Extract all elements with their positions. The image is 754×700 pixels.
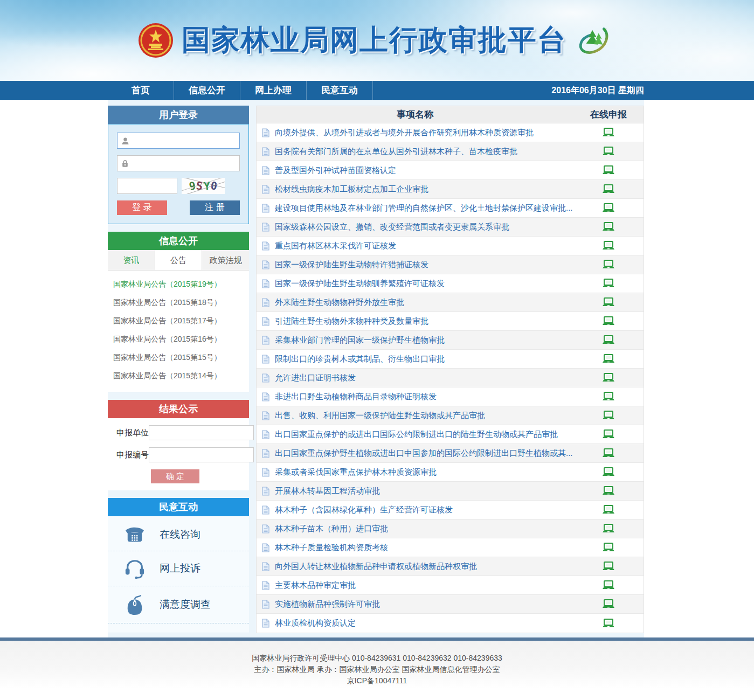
item-name-link[interactable]: 出口国家重点保护的或进出口国际公约限制进出口的陆生野生动物或其产品审批 [275, 429, 573, 440]
item-name-link[interactable]: 国家级森林公园设立、撤销、改变经营范围或者变更隶属关系审批 [275, 222, 573, 232]
current-date: 2016年06月30日 星期四 [551, 81, 644, 100]
register-button[interactable]: 注 册 [190, 200, 240, 215]
approval-items-table: 事项名称 在线申报 向境外提供、从境外引进或者与境外开展合作研究利用林木种质资源… [256, 106, 644, 633]
announcement-link[interactable]: 国家林业局公告（2015第16号） [108, 330, 249, 349]
item-name-link[interactable]: 国家一级保护陆生野生动物驯养繁殖许可证核发 [275, 279, 573, 289]
nav-item-home[interactable]: 首页 [108, 81, 174, 100]
nav-item-info[interactable]: 信息公开 [174, 81, 240, 100]
document-icon [257, 581, 275, 590]
online-apply-button[interactable] [602, 165, 615, 175]
online-apply-button[interactable] [602, 316, 615, 326]
item-name-link[interactable]: 向外国人转让林业植物新品种申请权或植物新品种权审批 [275, 562, 573, 572]
online-apply-button[interactable] [602, 448, 615, 458]
item-name-link[interactable]: 林业质检机构资质认定 [275, 618, 573, 628]
online-apply-button[interactable] [602, 354, 615, 364]
unit-input[interactable] [149, 425, 254, 440]
computer-icon [602, 411, 615, 420]
item-name-link[interactable]: 外来陆生野生动物物种野外放生审批 [275, 297, 573, 308]
online-apply-button[interactable] [602, 241, 615, 251]
online-apply-button[interactable] [602, 543, 615, 552]
item-name-link[interactable]: 建设项目使用林地及在林业部门管理的自然保护区、沙化土地封禁保护区建设审批... [275, 203, 573, 213]
online-apply-button[interactable] [602, 505, 615, 515]
item-name-link[interactable]: 松材线虫病疫木加工板材定点加工企业审批 [275, 184, 573, 195]
online-apply-button[interactable] [602, 486, 615, 496]
computer-icon [602, 222, 615, 232]
online-apply-button[interactable] [602, 524, 615, 533]
item-name-link[interactable]: 主要林木品种审定审批 [275, 580, 573, 591]
online-apply-button[interactable] [602, 147, 615, 156]
online-apply-button[interactable] [602, 619, 615, 628]
online-apply-button[interactable] [602, 599, 615, 609]
login-button[interactable]: 登 录 [117, 200, 167, 215]
item-name-link[interactable]: 采集或者采伐国家重点保护林木种质资源审批 [275, 467, 573, 477]
lock-icon [117, 160, 133, 168]
tab-announcements[interactable]: 公告 [155, 250, 203, 270]
item-name-link[interactable]: 林木种子（含园林绿化草种）生产经营许可证核发 [275, 505, 573, 515]
footer: 国家林业局行政许可受理中心 010-84239631 010-84239632 … [0, 641, 754, 700]
item-name-link[interactable]: 非进出口野生动植物种商品目录物种证明核发 [275, 392, 573, 402]
nav-item-interaction[interactable]: 民意互动 [307, 81, 373, 100]
online-consult-item[interactable]: 在线咨询 [108, 518, 249, 551]
item-name-link[interactable]: 普及型国外引种试种苗圃资格认定 [275, 165, 573, 176]
document-icon [257, 411, 275, 420]
online-complaint-item[interactable]: 网上投诉 [108, 551, 249, 586]
document-icon [257, 260, 275, 269]
nav-item-online[interactable]: 网上办理 [240, 81, 307, 100]
online-apply-button[interactable] [602, 260, 615, 269]
table-row: 林木种子苗木（种用）进口审批 [257, 519, 644, 538]
announcement-link[interactable]: 国家林业局公告（2015第14号） [108, 367, 249, 385]
item-name-link[interactable]: 国家一级保护陆生野生动物特许猎捕证核发 [275, 260, 573, 270]
announcement-link[interactable]: 国家林业局公告（2015第18号） [108, 294, 249, 312]
online-apply-button[interactable] [602, 297, 615, 307]
announcement-link[interactable]: 国家林业局公告（2015第15号） [108, 349, 249, 367]
online-apply-button[interactable] [602, 580, 615, 590]
online-apply-button[interactable] [602, 203, 615, 213]
item-name-link[interactable]: 国务院有关部门所属的在京单位从国外引进林木种子、苗木检疫审批 [275, 147, 573, 157]
item-name-link[interactable]: 限制出口的珍贵树木或其制品、衍生物出口审批 [275, 354, 573, 364]
online-apply-button[interactable] [602, 184, 615, 194]
online-apply-button[interactable] [602, 429, 615, 439]
item-name-link[interactable]: 引进陆生野生动物外来物种种类及数量审批 [275, 316, 573, 327]
document-icon [257, 317, 275, 326]
number-input[interactable] [149, 447, 254, 462]
online-apply-button[interactable] [602, 392, 615, 401]
item-name-link[interactable]: 重点国有林区林木采伐许可证核发 [275, 241, 573, 251]
satisfaction-survey-item[interactable]: 满意度调查 [108, 586, 249, 623]
tab-policies[interactable]: 政策法规 [202, 250, 249, 270]
computer-icon [602, 619, 615, 628]
password-input[interactable] [133, 156, 239, 170]
announcement-link[interactable]: 国家林业局公告（2015第19号） [108, 275, 249, 294]
item-name-link[interactable]: 允许进出口证明书核发 [275, 373, 573, 383]
tab-news[interactable]: 资讯 [108, 250, 155, 270]
item-name-link[interactable]: 出口国家重点保护野生植物或进出口中国参加的国际公约限制进出口野生植物或其... [275, 448, 573, 459]
online-apply-button[interactable] [602, 411, 615, 420]
online-apply-button[interactable] [602, 335, 615, 345]
item-name-link[interactable]: 出售、收购、利用国家一级保护陆生野生动物或其产品审批 [275, 411, 573, 421]
online-apply-button[interactable] [602, 128, 615, 137]
item-name-link[interactable]: 实施植物新品种强制许可审批 [275, 599, 573, 609]
item-name-link[interactable]: 开展林木转基因工程活动审批 [275, 486, 573, 496]
item-name-link[interactable]: 林木种子质量检验机构资质考核 [275, 543, 573, 553]
online-apply-button[interactable] [602, 467, 615, 477]
online-apply-button[interactable] [602, 562, 615, 571]
forestry-swoosh-logo-icon [576, 24, 611, 57]
item-name-link[interactable]: 采集林业部门管理的国家一级保护野生植物审批 [275, 335, 573, 345]
computer-icon [602, 505, 615, 515]
online-apply-button[interactable] [602, 279, 615, 288]
announcement-link[interactable]: 国家林业局公告（2015第17号） [108, 312, 249, 330]
username-input[interactable] [133, 134, 239, 148]
online-apply-button[interactable] [602, 222, 615, 232]
confirm-button[interactable]: 确 定 [151, 469, 199, 483]
captcha-image[interactable]: 9SY0 [182, 178, 225, 194]
captcha-input[interactable] [117, 178, 177, 194]
item-name-link[interactable]: 林木种子苗木（种用）进口审批 [275, 524, 573, 534]
computer-icon [602, 392, 615, 401]
table-row: 引进陆生野生动物外来物种种类及数量审批 [257, 312, 644, 331]
item-name-link[interactable]: 向境外提供、从境外引进或者与境外开展合作研究利用林木种质资源审批 [275, 128, 573, 138]
unit-label: 申报单位 [114, 428, 149, 438]
table-row: 林木种子（含园林绿化草种）生产经营许可证核发 [257, 501, 644, 519]
table-row: 向境外提供、从境外引进或者与境外开展合作研究利用林木种质资源审批 [257, 123, 644, 142]
online-apply-button[interactable] [602, 373, 615, 383]
computer-icon [602, 335, 615, 345]
computer-icon [602, 448, 615, 458]
